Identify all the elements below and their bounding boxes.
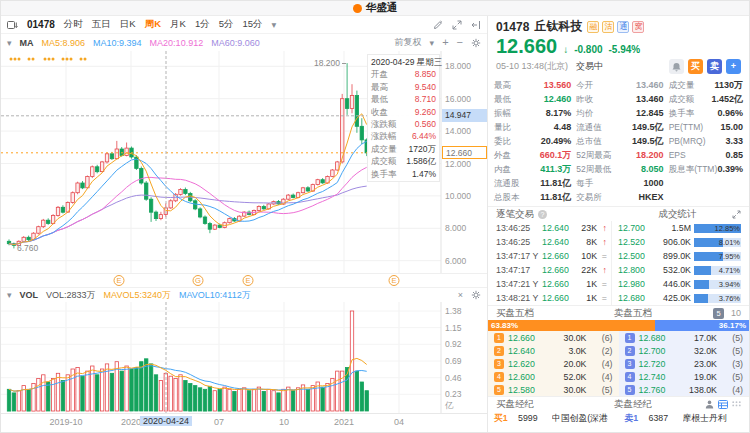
stock-code-tab[interactable]: 01478 bbox=[27, 19, 55, 30]
volume-bar bbox=[277, 393, 280, 411]
candle bbox=[149, 199, 152, 212]
trade-stats-list[interactable]: 12.7001.5M12.85%12.520906.0K8.01%12.5008… bbox=[612, 221, 749, 305]
quote-panel: 01478 丘钛科技 融沽通窝 12.660 ↓ -0.800 -5.94% 0… bbox=[488, 16, 749, 433]
add-watchlist-button[interactable]: + bbox=[726, 59, 741, 74]
buy-button[interactable]: 买 bbox=[688, 59, 703, 74]
collapse-volume-icon[interactable]: ▾ bbox=[7, 290, 12, 300]
depth-row[interactable]: 112.66030.0K(6) bbox=[488, 331, 619, 344]
tab-月K[interactable]: 月K bbox=[170, 18, 186, 31]
sell-broker-list[interactable]: 卖16387摩根士丹利 bbox=[619, 411, 750, 433]
buy-depth-list[interactable]: 112.66030.0K(6)212.6403.0K(2)312.62020.0… bbox=[488, 331, 619, 396]
tick-row[interactable]: 13:46:2512.64023K↑ bbox=[496, 221, 607, 235]
tab-15分[interactable]: 15分 bbox=[242, 18, 262, 31]
quote-field: 总市值149.5亿 bbox=[576, 134, 663, 148]
tab-日K[interactable]: 日K bbox=[120, 18, 136, 31]
candle bbox=[228, 219, 231, 223]
stock-badge: 融 bbox=[587, 21, 599, 33]
vol-axis-unit: 亿 bbox=[444, 400, 454, 410]
depth-row[interactable]: 412.60052.0K(4) bbox=[488, 370, 619, 383]
stat-row[interactable]: 12.520906.0K8.01% bbox=[618, 235, 741, 249]
tab-分时[interactable]: 分时 bbox=[64, 18, 83, 31]
adjust-mode-select[interactable]: 前复权 bbox=[395, 36, 422, 49]
event-dot-icon bbox=[70, 58, 73, 61]
help-question-icon[interactable]: ? bbox=[538, 210, 547, 219]
zoom-in-button[interactable]: + bbox=[442, 37, 448, 48]
main-chart[interactable]: 18.00016.00014.00012.00010.0008.0006.000… bbox=[1, 51, 487, 273]
depth-row[interactable]: 412.74019.0K(5) bbox=[619, 370, 750, 383]
event-marker-icon[interactable]: E bbox=[114, 275, 125, 286]
depth-row[interactable]: 212.70032.0K(5) bbox=[619, 344, 750, 357]
stat-row[interactable]: 12.800532.0K4.71% bbox=[618, 263, 741, 277]
volume-bar bbox=[135, 368, 138, 412]
depth-level-10-toggle[interactable]: 10 bbox=[731, 308, 741, 318]
y-axis-label: 8.000 bbox=[445, 223, 467, 233]
candle bbox=[198, 209, 201, 217]
tab-1分[interactable]: 1分 bbox=[195, 18, 210, 31]
stat-row[interactable]: 12.680425.0K3.76% bbox=[618, 291, 741, 305]
broker-grid-icon[interactable] bbox=[718, 400, 728, 409]
price-alert-bell-icon[interactable] bbox=[669, 59, 684, 74]
depth-row[interactable]: 312.62020.0K(4) bbox=[488, 357, 619, 370]
tick-list[interactable]: 13:46:2512.64023K↑13:46:2512.6408K↑13:47… bbox=[488, 221, 612, 305]
volume-chart-svg[interactable]: 1.381.150.920.690.460.23亿 bbox=[1, 302, 488, 413]
depth-row[interactable]: 512.760138.0K(4) bbox=[619, 383, 750, 396]
indicator-name[interactable]: MA bbox=[20, 38, 34, 48]
event-marker-icon[interactable]: E bbox=[243, 275, 254, 286]
volume-indicator-name[interactable]: VOL bbox=[20, 290, 39, 300]
tick-row[interactable]: 13:47:1712.66022K↑ bbox=[496, 263, 607, 277]
tick-row[interactable]: 13:48:21 Y12.6601K= bbox=[496, 291, 607, 305]
event-marker-icon[interactable]: G bbox=[193, 275, 204, 286]
depth-level-5-toggle[interactable]: 5 bbox=[713, 308, 724, 319]
depth-row[interactable]: 212.6403.0K(2) bbox=[488, 344, 619, 357]
zoom-out-button[interactable]: − bbox=[457, 37, 463, 48]
event-dot-icon bbox=[80, 58, 83, 61]
volume-bar bbox=[311, 386, 314, 411]
stock-switch-icon[interactable] bbox=[7, 20, 18, 30]
tab-五日[interactable]: 五日 bbox=[92, 18, 111, 31]
draw-pencil-icon[interactable] bbox=[433, 20, 443, 30]
sell-ratio: 36.17% bbox=[655, 320, 749, 331]
candle bbox=[96, 167, 99, 172]
broker-row[interactable]: 买15999中国创盈(深港 bbox=[488, 411, 619, 425]
stat-row[interactable]: 12.980446.0K3.94% bbox=[618, 277, 741, 291]
x-axis-label: 10 bbox=[279, 417, 289, 427]
stat-row[interactable]: 12.7001.5M12.85% bbox=[618, 221, 741, 235]
depth-row[interactable]: 112.68017.0K(5) bbox=[619, 331, 750, 344]
tab-周K[interactable]: 周K bbox=[145, 18, 161, 31]
tick-row[interactable]: 13:47:21 Y12.6601K= bbox=[496, 277, 607, 291]
buy-broker-list[interactable]: 买15999中国创盈(深港 bbox=[488, 411, 619, 433]
volume-bar bbox=[12, 393, 15, 411]
collapse-indicator-icon[interactable]: ▾ bbox=[7, 38, 12, 48]
more-periods-dropdown-icon[interactable]: ▾ bbox=[272, 19, 277, 30]
chart-settings-gear-icon[interactable] bbox=[471, 38, 481, 48]
fullscreen-icon[interactable] bbox=[452, 20, 462, 30]
collapse-panel-icon[interactable] bbox=[471, 20, 481, 30]
volume-bar bbox=[228, 389, 231, 411]
tick-row[interactable]: 13:46:2512.6408K↑ bbox=[496, 235, 607, 249]
candle bbox=[91, 167, 94, 177]
event-dot-icon bbox=[14, 58, 17, 61]
volume-bar bbox=[360, 382, 363, 411]
mavol10-value: MAVOL10:4112万 bbox=[179, 289, 251, 302]
tick-row[interactable]: 13:47:17 Y12.66010K= bbox=[496, 249, 607, 263]
sell-broker-title: 卖盘经纪 bbox=[614, 398, 652, 411]
sell-button[interactable]: 卖 bbox=[707, 59, 722, 74]
tab-5分[interactable]: 5分 bbox=[219, 18, 234, 31]
event-marker-icon[interactable]: E bbox=[389, 275, 400, 286]
depth-row[interactable]: 512.58030.0K(5) bbox=[488, 383, 619, 396]
drag-handle-icon[interactable] bbox=[732, 401, 741, 407]
broker-row[interactable]: 卖16387摩根士丹利 bbox=[619, 411, 750, 425]
expand-stats-icon[interactable] bbox=[732, 210, 741, 219]
volume-bar bbox=[189, 384, 192, 412]
depth-row[interactable]: 312.72023.0K(3) bbox=[619, 357, 750, 370]
y-axis-label: 10.000 bbox=[445, 191, 471, 201]
candle bbox=[140, 168, 143, 183]
tooltip-row: 成交额1.586亿 bbox=[371, 155, 436, 167]
close-volume-icon[interactable]: × bbox=[458, 290, 463, 300]
volume-chart[interactable]: 1.381.150.920.690.460.23亿 bbox=[1, 302, 487, 413]
volume-settings-gear-icon[interactable] bbox=[471, 290, 481, 300]
sell-depth-list[interactable]: 112.68017.0K(5)212.70032.0K(5)312.72023.… bbox=[619, 331, 750, 396]
broker-person-icon[interactable] bbox=[705, 400, 714, 409]
adjust-dropdown-icon[interactable]: ▾ bbox=[430, 38, 435, 48]
stat-row[interactable]: 12.500899.0K7.95% bbox=[618, 249, 741, 263]
